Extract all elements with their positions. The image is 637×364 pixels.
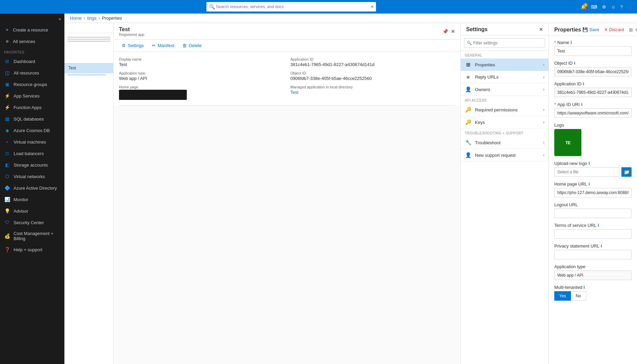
- sidebar-item-help-support[interactable]: ❓ Help + support: [0, 244, 64, 255]
- privacy-info-icon[interactable]: ℹ: [601, 244, 602, 248]
- panels-area: Home › tings › Properties Test: [64, 14, 637, 364]
- resource-groups-icon: ▣: [4, 81, 10, 87]
- app-id-uri-info-icon[interactable]: ℹ: [581, 102, 582, 107]
- settings-item-troubleshoot[interactable]: 🔧 Troubleshoot: [461, 136, 549, 149]
- settings-item-keys[interactable]: 🔑 Keys: [461, 116, 549, 129]
- settings-panel-close-button[interactable]: ✕: [539, 27, 543, 32]
- sidebar-item-monitor[interactable]: 📊 Monitor: [0, 194, 64, 205]
- settings-item-new-support-request[interactable]: 👤 New support request: [461, 149, 549, 162]
- object-id-info-icon[interactable]: ℹ: [574, 61, 575, 65]
- manifest-toolbar-button[interactable]: ✏ Manifest: [148, 42, 178, 49]
- object-id-label: Object ID ℹ: [554, 61, 632, 66]
- required-permissions-icon: 🔑: [465, 107, 472, 113]
- terms-of-service-url-input[interactable]: [554, 229, 632, 239]
- sidebar-item-security-center[interactable]: 🛡 Security Center: [0, 217, 64, 228]
- sidebar-item-resource-groups[interactable]: ▣ Resource groups: [0, 79, 64, 90]
- multi-tenanted-no-button[interactable]: No: [571, 291, 586, 301]
- test-panel-close-button[interactable]: ✕: [451, 29, 455, 34]
- sidebar-item-cosmos-db[interactable]: ◈ Azure Cosmos DB: [0, 125, 64, 136]
- sidebar-item-load-balancers[interactable]: ⚖ Load balancers: [0, 148, 64, 159]
- settings-item-required-permissions[interactable]: 🔑 Required permissions: [461, 104, 549, 116]
- app-id-uri-label: * App ID URI ℹ: [554, 102, 632, 107]
- feedback-button[interactable]: ☺: [611, 4, 615, 9]
- list-item-test[interactable]: Test: [64, 63, 113, 73]
- upload-logo-field: Upload new logo ℹ 📁: [554, 161, 632, 177]
- sidebar-item-all-resources[interactable]: ◫ All resources: [0, 67, 64, 79]
- help-button[interactable]: ?: [620, 4, 623, 9]
- settings-search-input[interactable]: [464, 38, 545, 48]
- settings-item-reply-urls[interactable]: ≡ Reply URLs: [461, 71, 549, 83]
- main-layout: « ＋ Create a resource ≡ All services FAV…: [0, 14, 637, 364]
- troubleshooting-section-label: TROUBLESHOOTING + SUPPORT: [461, 129, 549, 136]
- sidebar-item-label: Function Apps: [14, 105, 41, 110]
- settings-toolbar-button[interactable]: ⚙ Settings: [118, 42, 148, 49]
- privacy-statement-url-label: Privacy statement URL ℹ: [554, 243, 632, 249]
- settings-button[interactable]: ⚙: [602, 4, 606, 9]
- home-page-input-box[interactable]: [119, 90, 187, 100]
- breadcrumb: Home › tings › Properties: [64, 14, 637, 23]
- sidebar-item-virtual-networks[interactable]: ⬡ Virtual networks: [0, 171, 64, 182]
- app-info: Display name Test Application ID 381c4eb…: [114, 52, 460, 105]
- sidebar-item-label: Azure Cosmos DB: [14, 128, 50, 133]
- application-type-field: Application type: [554, 264, 632, 280]
- multi-tenanted-info-icon[interactable]: ℹ: [583, 285, 585, 290]
- sidebar-item-virtual-machines[interactable]: ▪ Virtual machines: [0, 136, 64, 148]
- save-label: Save: [589, 27, 599, 32]
- upload-file-input[interactable]: [554, 167, 619, 177]
- application-type-label: Application type: [119, 71, 284, 75]
- sidebar-item-function-apps[interactable]: ⚡ Function Apps: [0, 102, 64, 113]
- test-panel-toolbar: ⚙ Settings ✏ Manifest 🗑 Delete: [114, 40, 460, 52]
- notifications-button[interactable]: 🔔 1: [581, 4, 586, 9]
- search-clear-icon[interactable]: ✕: [371, 4, 374, 9]
- cloud-shell-button[interactable]: ⌨: [591, 4, 597, 9]
- sidebar-all-services[interactable]: ≡ All services: [0, 36, 64, 47]
- app-id-uri-input[interactable]: [554, 108, 632, 118]
- test-panel-pin-button[interactable]: 📌: [442, 29, 448, 34]
- sidebar-item-advisor[interactable]: 💡 Advisor: [0, 205, 64, 217]
- account-button[interactable]: 👤: [628, 4, 633, 9]
- terms-info-icon[interactable]: ℹ: [598, 223, 599, 228]
- cosmos-db-icon: ◈: [4, 127, 10, 133]
- settings-item-label: New support request: [475, 153, 516, 158]
- settings-item-properties[interactable]: ⊞ Properties: [461, 59, 549, 71]
- settings-item-label: Required permissions: [475, 107, 518, 112]
- sidebar-item-cost-management[interactable]: 💰 Cost Management + Billing: [0, 228, 64, 244]
- props-close-button[interactable]: ✕: [635, 27, 637, 33]
- sidebar-create-resource[interactable]: ＋ Create a resource: [0, 24, 64, 36]
- upload-browse-button[interactable]: 📁: [621, 167, 632, 177]
- sidebar-item-app-services[interactable]: ⚡ App Services: [0, 90, 64, 102]
- sidebar-collapse-button[interactable]: «: [0, 14, 64, 24]
- sidebar-item-azure-active-directory[interactable]: 🔷 Azure Active Directory: [0, 182, 64, 194]
- application-id-field: Application ID ℹ: [554, 81, 632, 97]
- home-page-url-input[interactable]: [554, 188, 632, 197]
- name-info-icon[interactable]: ℹ: [571, 40, 572, 45]
- managed-app-value[interactable]: Test: [291, 90, 455, 95]
- props-discard-button[interactable]: ✕ Discard: [603, 26, 625, 33]
- logo-label: Logo: [554, 123, 632, 128]
- sidebar-item-storage-accounts[interactable]: ◧ Storage accounts: [0, 159, 64, 171]
- settings-toolbar-icon: ⚙: [122, 43, 126, 48]
- multi-tenanted-yes-button[interactable]: Yes: [554, 291, 571, 301]
- upload-logo-info-icon[interactable]: ℹ: [589, 161, 590, 166]
- home-page-url-info-icon[interactable]: ℹ: [589, 182, 590, 186]
- sidebar-item-label: All resources: [14, 70, 39, 76]
- logo-box: TE: [554, 129, 581, 156]
- name-input[interactable]: [554, 46, 632, 56]
- breadcrumb-home[interactable]: Home: [70, 16, 82, 21]
- settings-item-label: Owners: [475, 87, 490, 92]
- settings-item-label: Keys: [475, 120, 485, 125]
- search-input[interactable]: [206, 2, 376, 12]
- props-save-button[interactable]: 💾 Save: [581, 26, 601, 33]
- breadcrumb-parent[interactable]: tings: [87, 16, 96, 21]
- application-id-info-icon[interactable]: ℹ: [583, 82, 584, 86]
- privacy-statement-url-input[interactable]: [554, 250, 632, 259]
- sidebar-item-dashboard[interactable]: ⊞ Dashboard: [0, 56, 64, 67]
- left-panel-header: [64, 23, 113, 33]
- logout-url-input[interactable]: [554, 209, 632, 218]
- delete-toolbar-button[interactable]: 🗑 Delete: [178, 42, 206, 49]
- name-label: * Name ℹ: [554, 40, 632, 45]
- settings-item-owners[interactable]: 👤 Owners: [461, 83, 549, 96]
- sidebar-item-sql-databases[interactable]: ▦ SQL databases: [0, 113, 64, 125]
- props-expand-button[interactable]: ⊞: [629, 27, 633, 33]
- manifest-toolbar-icon: ✏: [152, 43, 156, 48]
